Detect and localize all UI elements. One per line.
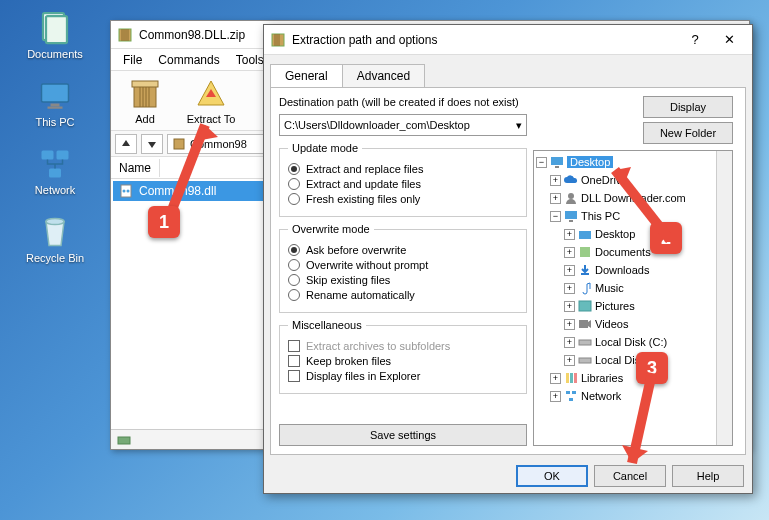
expand-icon[interactable]: + <box>564 337 575 348</box>
tree-pc-music[interactable]: +Music <box>536 279 730 297</box>
expand-icon[interactable]: + <box>550 193 561 204</box>
expand-icon[interactable]: + <box>564 319 575 330</box>
svg-point-16 <box>123 190 126 193</box>
dialog-title: Extraction path and options <box>292 33 678 47</box>
svg-rect-11 <box>132 81 158 87</box>
svg-rect-33 <box>574 373 577 383</box>
radio-icon <box>288 244 300 256</box>
svg-point-17 <box>127 190 130 193</box>
save-settings-button[interactable]: Save settings <box>279 424 527 446</box>
tab-advanced[interactable]: Advanced <box>342 64 425 87</box>
expand-icon[interactable]: + <box>564 229 575 240</box>
svg-rect-7 <box>49 169 61 178</box>
svg-rect-18 <box>118 437 130 444</box>
music-icon <box>578 281 592 295</box>
desktop-icon-documents[interactable]: Documents <box>0 10 110 60</box>
misc-legend: Miscellaneous <box>288 319 366 331</box>
svg-rect-36 <box>569 398 573 401</box>
new-folder-button[interactable]: New Folder <box>643 122 733 144</box>
menu-commands[interactable]: Commands <box>150 51 227 69</box>
documents-icon <box>37 10 73 46</box>
radio-icon <box>288 274 300 286</box>
display-button[interactable]: Display <box>643 96 733 118</box>
dialog-titlebar[interactable]: Extraction path and options ? ✕ <box>264 25 752 55</box>
svg-rect-20 <box>551 157 563 165</box>
expand-icon[interactable]: + <box>550 373 561 384</box>
radio-fresh-only[interactable]: Fresh existing files only <box>288 193 518 205</box>
svg-rect-32 <box>570 373 573 383</box>
svg-rect-4 <box>48 107 63 109</box>
overwrite-mode-legend: Overwrite mode <box>288 223 374 235</box>
overwrite-mode-group: Overwrite mode Ask before overwrite Over… <box>279 223 527 313</box>
radio-rename-auto[interactable]: Rename automatically <box>288 289 518 301</box>
desktop-icon-network[interactable]: Network <box>0 146 110 196</box>
svg-rect-19 <box>272 34 284 46</box>
tree-pc-drive-c[interactable]: +Local Disk (C:) <box>536 333 730 351</box>
checkbox-icon <box>288 355 300 367</box>
check-extract-subfolders: Extract archives to subfolders <box>288 340 518 352</box>
desktop-icon <box>550 155 564 169</box>
user-icon <box>564 191 578 205</box>
dest-path-input[interactable]: C:\Users\Dlldownloader_com\Desktop ▾ <box>279 114 527 136</box>
expand-icon[interactable]: + <box>550 175 561 186</box>
expand-icon[interactable]: + <box>564 265 575 276</box>
radio-extract-update[interactable]: Extract and update files <box>288 178 518 190</box>
column-name[interactable]: Name <box>111 159 160 177</box>
status-icon <box>117 434 131 446</box>
tab-general[interactable]: General <box>270 64 343 87</box>
expand-icon[interactable]: + <box>550 391 561 402</box>
svg-rect-10 <box>134 85 156 107</box>
svg-point-22 <box>568 193 574 199</box>
svg-rect-24 <box>569 220 573 222</box>
radio-ask-overwrite[interactable]: Ask before overwrite <box>288 244 518 256</box>
tree-scrollbar[interactable] <box>716 151 732 445</box>
pc-icon <box>564 209 578 223</box>
expand-icon[interactable]: + <box>564 247 575 258</box>
svg-rect-31 <box>566 373 569 383</box>
check-keep-broken[interactable]: Keep broken files <box>288 355 518 367</box>
update-mode-group: Update mode Extract and replace files Ex… <box>279 142 527 217</box>
tree-pc-downloads[interactable]: +Downloads <box>536 261 730 279</box>
dest-path-label: Destination path (will be created if doe… <box>279 96 527 108</box>
annotation-arrow-3 <box>622 363 712 483</box>
desktop-icon-label: This PC <box>35 116 74 128</box>
radio-icon <box>288 259 300 271</box>
svg-rect-2 <box>42 84 69 102</box>
tree-pc-videos[interactable]: +Videos <box>536 315 730 333</box>
radio-extract-replace[interactable]: Extract and replace files <box>288 163 518 175</box>
svg-rect-1 <box>46 16 67 43</box>
collapse-icon[interactable]: − <box>550 211 561 222</box>
libraries-icon <box>564 371 578 385</box>
toolbar-btn-label: Add <box>135 113 155 125</box>
collapse-icon[interactable]: − <box>536 157 547 168</box>
add-archive-icon <box>128 77 162 111</box>
tree-pc-pictures[interactable]: +Pictures <box>536 297 730 315</box>
winrar-icon <box>117 27 133 43</box>
check-display-explorer[interactable]: Display files in Explorer <box>288 370 518 382</box>
dropdown-icon: ▾ <box>516 119 522 132</box>
pc-icon <box>37 78 73 114</box>
misc-group: Miscellaneous Extract archives to subfol… <box>279 319 527 394</box>
ok-button[interactable]: OK <box>516 465 588 487</box>
desktop-icon-recyclebin[interactable]: Recycle Bin <box>0 214 110 264</box>
desktop-icon-label: Documents <box>27 48 83 60</box>
svg-rect-23 <box>565 211 577 219</box>
radio-overwrite-noprompt[interactable]: Overwrite without prompt <box>288 259 518 271</box>
checkbox-icon <box>288 340 300 352</box>
svg-rect-26 <box>580 247 590 257</box>
desktop-icon-thispc[interactable]: This PC <box>0 78 110 128</box>
expand-icon[interactable]: + <box>564 355 575 366</box>
radio-skip-existing[interactable]: Skip existing files <box>288 274 518 286</box>
svg-rect-34 <box>566 391 570 394</box>
nav-up-button[interactable] <box>115 134 137 154</box>
help-button[interactable]: ? <box>678 28 712 52</box>
close-button[interactable]: ✕ <box>712 28 746 52</box>
svg-rect-21 <box>555 166 559 168</box>
drive-icon <box>578 353 592 367</box>
expand-icon[interactable]: + <box>564 301 575 312</box>
folder-icon <box>578 245 592 259</box>
menu-file[interactable]: File <box>115 51 150 69</box>
update-mode-legend: Update mode <box>288 142 362 154</box>
svg-rect-5 <box>42 151 54 160</box>
expand-icon[interactable]: + <box>564 283 575 294</box>
